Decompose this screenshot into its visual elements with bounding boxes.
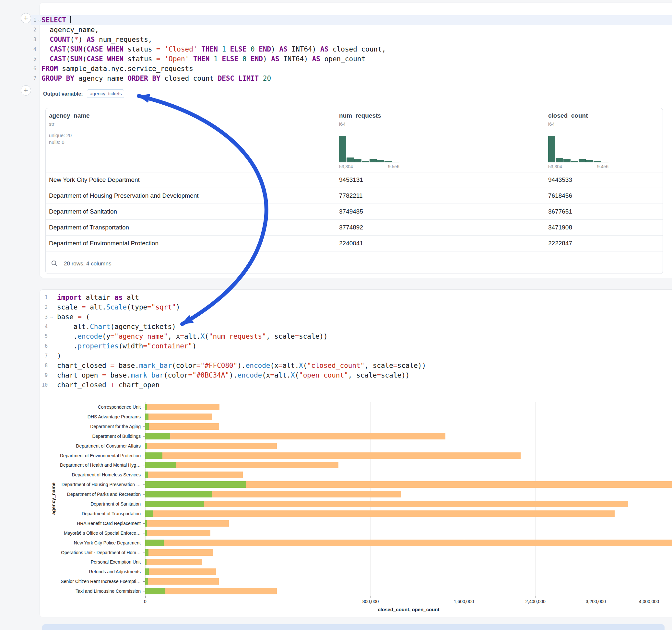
code-line[interactable]: chart_open = base.mark_bar(color="#8BC34… xyxy=(57,370,426,380)
bar-closed-count xyxy=(145,443,277,449)
code-token xyxy=(161,55,165,63)
line-number: 4 xyxy=(23,44,36,54)
code-token: ). xyxy=(229,371,237,379)
code-token: encode xyxy=(237,371,262,379)
code-token: base xyxy=(57,313,77,321)
code-token: scale)) xyxy=(381,371,410,379)
code-token: 'Closed' xyxy=(164,45,197,53)
python-code-editor[interactable]: import altair as altscale = alt.Scale(ty… xyxy=(57,293,426,390)
sql-code-editor[interactable]: SELECT agency_name, COUNT(*) AS num_requ… xyxy=(42,15,386,83)
code-token: ORDER BY xyxy=(128,75,161,82)
column-header-closed-count[interactable]: closed_count i64 53,304 9.4e6 xyxy=(548,112,588,127)
table-row[interactable]: New York City Police Department945313194… xyxy=(46,172,663,188)
code-line[interactable]: .properties(width="container") xyxy=(57,341,426,351)
line-number: 1 xyxy=(32,293,48,302)
cell-num-requests: 3749485 xyxy=(339,208,363,215)
code-line[interactable]: CAST(SUM(CASE WHEN status = 'Open' THEN … xyxy=(42,54,386,64)
code-token: scale xyxy=(57,303,82,311)
code-line[interactable]: alt.Chart(agency_tickets) xyxy=(57,322,426,332)
y-axis-label: Department of Sanitation xyxy=(42,501,141,507)
cell-num-requests: 3774892 xyxy=(339,224,363,231)
output-variable-pill[interactable]: agency_tickets xyxy=(87,90,124,98)
code-line[interactable]: base = ( xyxy=(57,312,426,322)
code-token: END xyxy=(250,55,263,63)
bar-open-count xyxy=(145,481,246,488)
bar-closed-count xyxy=(145,578,219,585)
y-axis-tick xyxy=(143,446,145,446)
y-axis-label: New York City Police Department xyxy=(42,540,141,546)
code-token xyxy=(246,45,250,53)
code-line[interactable]: chart_closed + chart_open xyxy=(57,380,426,390)
code-line[interactable]: scale = alt.Scale(type="sqrt") xyxy=(57,302,426,312)
y-axis-label: Department of Consumer Affairs xyxy=(42,443,141,449)
code-token: (x xyxy=(262,371,270,379)
code-token xyxy=(234,75,238,82)
code-line[interactable]: FROM sample_data.nyc.service_requests xyxy=(42,64,386,74)
code-token: = xyxy=(110,362,115,369)
column-header-num-requests[interactable]: num_requests i64 53,304 9.5e6 xyxy=(339,112,381,127)
table-row[interactable]: Department of Environmental Protection22… xyxy=(46,236,663,251)
code-token: "open_count" xyxy=(299,371,348,379)
table-row[interactable]: Department of Sanitation37494853677651 xyxy=(46,204,663,220)
line-number: 6 xyxy=(32,341,48,351)
code-token xyxy=(42,35,50,43)
y-axis-tick xyxy=(143,553,145,553)
histogram-bar xyxy=(556,158,563,162)
cell-agency-name: Department of Housing Preservation and D… xyxy=(49,192,199,199)
table-row[interactable]: Department of Transportation377489234719… xyxy=(46,220,663,236)
code-token: alt xyxy=(123,294,139,301)
code-line[interactable]: COUNT(*) AS num_requests, xyxy=(42,35,386,44)
code-line[interactable]: agency_name, xyxy=(42,25,386,35)
code-line[interactable]: .encode(y="agency_name", x=alt.X("num_re… xyxy=(57,332,426,341)
search-icon[interactable] xyxy=(51,260,58,267)
code-token: WHEN xyxy=(107,55,123,63)
code-token: "container" xyxy=(147,342,192,350)
fold-chevron-icon[interactable]: ⌄ xyxy=(49,312,54,322)
code-line[interactable]: chart_closed = base.mark_bar(color="#FFC… xyxy=(57,361,426,370)
bar-closed-count xyxy=(145,501,628,507)
code-token: 1 xyxy=(214,55,218,63)
code-token: Scale xyxy=(106,303,127,311)
code-token: closed_count xyxy=(161,75,218,82)
code-token: AS xyxy=(312,55,320,63)
y-axis-tick xyxy=(143,484,145,485)
column-name: num_requests xyxy=(339,112,381,119)
cell-agency-name: New York City Police Department xyxy=(49,176,140,184)
y-axis-label: Personal Exemption Unit xyxy=(42,559,141,565)
code-token: ) xyxy=(78,35,87,43)
code-token: , scale xyxy=(266,333,295,340)
code-line[interactable]: CAST(SUM(CASE WHEN status = 'Closed' THE… xyxy=(42,44,386,54)
code-token: "#8BC34A" xyxy=(192,371,229,379)
code-line[interactable]: import altair as alt xyxy=(57,293,426,302)
column-header-agency-name[interactable]: agency_name str unique: 20 nulls: 0 xyxy=(49,112,90,145)
code-line[interactable]: ) xyxy=(57,351,426,361)
code-token: (width xyxy=(119,342,143,350)
code-line[interactable]: GROUP BY agency_name ORDER BY closed_cou… xyxy=(42,74,386,83)
code-token: . xyxy=(57,342,77,350)
histogram-bar xyxy=(362,161,369,162)
sql-line-numbers: 1234567 xyxy=(23,15,36,83)
code-token: * xyxy=(74,35,78,43)
cell-agency-name: Department of Environmental Protection xyxy=(49,240,159,247)
code-token: num_requests, xyxy=(95,35,152,43)
bar-closed-count xyxy=(145,549,213,556)
code-token: (x xyxy=(270,362,279,369)
code-token: 0 xyxy=(242,55,247,63)
bar-closed-count xyxy=(145,413,212,420)
code-token: ( xyxy=(82,55,87,63)
cell-agency-name: Department of Sanitation xyxy=(49,208,117,215)
next-cell-indicator[interactable] xyxy=(42,624,665,630)
code-line[interactable]: SELECT xyxy=(42,15,386,25)
code-token: INT64) xyxy=(280,55,312,63)
bar-closed-count xyxy=(145,423,219,430)
code-token: "#FFC080" xyxy=(201,362,238,369)
bar-open-count xyxy=(145,510,153,517)
add-cell-button-middle[interactable]: + xyxy=(21,85,31,96)
code-token: = xyxy=(156,55,161,63)
x-tick-label: 1,600,000 xyxy=(445,599,483,604)
bar-chart: closed_count, open_count agency_name 080… xyxy=(42,399,672,617)
column-histogram xyxy=(548,136,608,162)
table-row[interactable]: Department of Housing Preservation and D… xyxy=(46,188,663,204)
code-token: , scale xyxy=(364,362,393,369)
code-token: ( xyxy=(66,55,70,63)
